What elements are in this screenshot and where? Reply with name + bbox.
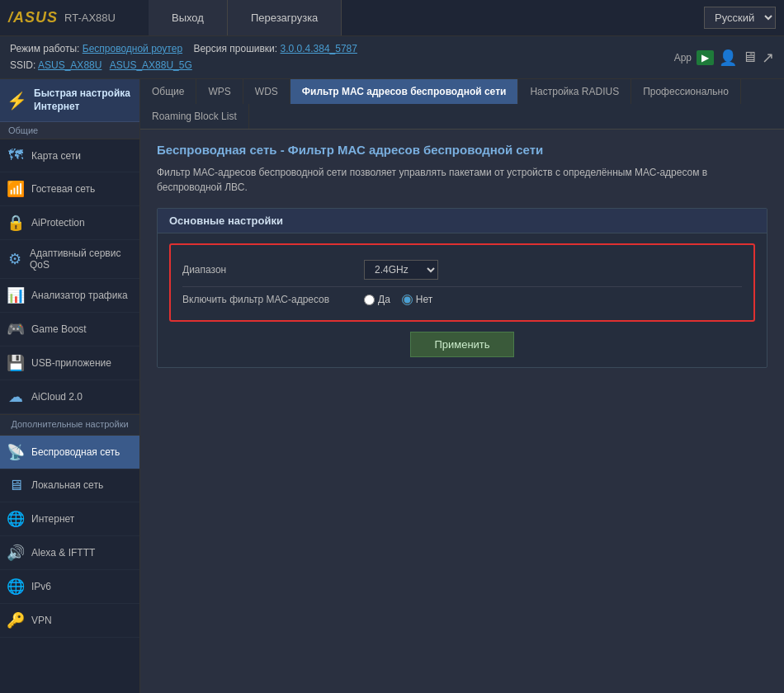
usb-icon: 💾 <box>7 354 25 372</box>
qos-icon: ⚙ <box>7 250 23 268</box>
sidebar-item-ipv6[interactable]: 🌐 IPv6 <box>0 570 139 604</box>
model-name: RT-AX88U <box>64 12 116 24</box>
internet-icon: 🌐 <box>7 510 25 528</box>
settings-card: Основные настройки Диапазон 2.4GHz 5GHz <box>157 208 767 368</box>
tab-wds[interactable]: WDS <box>243 79 290 104</box>
ssid-label: SSID: <box>10 59 35 71</box>
mac-filter-radio-group: Да Нет <box>364 294 432 305</box>
person-icon: 👤 <box>719 49 737 67</box>
sidebar-item-game-boost-label: Game Boost <box>31 323 87 335</box>
sidebar-item-internet-label: Интернет <box>31 513 74 525</box>
section-general-label: Общие <box>0 122 139 139</box>
monitor-icon: 🖥 <box>742 49 757 66</box>
game-boost-icon: 🎮 <box>7 320 25 338</box>
sidebar-item-usb-label: USB-приложение <box>31 357 111 369</box>
asus-logo: /ASUS <box>8 9 58 26</box>
sidebar-item-qos[interactable]: ⚙ Адаптивный сервис QoS <box>0 240 139 279</box>
mode-value: Беспроводной роутер <box>83 43 182 54</box>
sidebar-quick-setup[interactable]: ⚡ Быстрая настройка Интернет <box>0 79 139 122</box>
mac-filter-row: Включить фильтр МАС-адресов Да <box>182 287 742 312</box>
sidebar-item-traffic[interactable]: 📊 Анализатор трафика <box>0 279 139 313</box>
apply-button[interactable]: Применить <box>410 332 513 357</box>
band-label: Диапазон <box>182 264 364 276</box>
settings-card-body: Диапазон 2.4GHz 5GHz Включить фильтр МАС… <box>158 233 767 367</box>
tab-general-label: Общие <box>152 86 184 97</box>
mode-link[interactable]: Беспроводной роутер <box>83 43 182 54</box>
tab-bar: Общие WPS WDS Фильтр МАС адресов беспров… <box>140 79 784 130</box>
sidebar-item-guest-network[interactable]: 📶 Гостевая сеть <box>0 172 139 206</box>
sidebar-item-lan[interactable]: 🖥 Локальная сеть <box>0 469 139 502</box>
sidebar: ⚡ Быстрая настройка Интернет Общие 🗺 Кар… <box>0 79 140 693</box>
tab-mac-filter-label: Фильтр МАС адресов беспроводной сети <box>302 86 507 97</box>
top-right: Русский English <box>704 7 784 29</box>
network-map-icon: 🗺 <box>7 147 25 164</box>
vpn-icon: 🔑 <box>7 611 25 629</box>
tab-wps-label: WPS <box>208 86 230 97</box>
sidebar-item-aiprotection[interactable]: 🔒 AiProtection <box>0 206 139 240</box>
ssid-5[interactable]: ASUS_AX88U_5G <box>110 59 192 71</box>
alexa-icon: 🔊 <box>7 544 25 562</box>
tab-general[interactable]: Общие <box>140 79 196 104</box>
traffic-icon: 📊 <box>7 286 25 304</box>
band-select[interactable]: 2.4GHz 5GHz <box>364 260 438 280</box>
sidebar-item-game-boost[interactable]: 🎮 Game Boost <box>0 313 139 346</box>
firmware-label: Версия прошивки: <box>193 43 277 54</box>
sidebar-item-aicloud-label: AiCloud 2.0 <box>31 391 83 403</box>
sidebar-item-internet[interactable]: 🌐 Интернет <box>0 502 139 536</box>
page-description: Фильтр МАС-адресов беспроводной сети поз… <box>157 165 767 195</box>
sidebar-item-aicloud[interactable]: ☁ AiCloud 2.0 <box>0 380 139 414</box>
ipv6-icon: 🌐 <box>7 578 25 596</box>
sidebar-item-vpn[interactable]: 🔑 VPN <box>0 604 139 638</box>
app-label: App <box>674 52 692 64</box>
top-bar: /ASUS RT-AX88U Выход Перезагрузка Русски… <box>0 0 784 36</box>
tab-radius[interactable]: Настройка RADIUS <box>518 79 631 104</box>
language-select[interactable]: Русский English <box>704 7 776 29</box>
mac-filter-value: Да Нет <box>364 294 432 305</box>
radio-yes-text: Да <box>378 294 390 305</box>
sidebar-item-qos-label: Адаптивный сервис QoS <box>30 248 133 271</box>
sidebar-item-network-map[interactable]: 🗺 Карта сети <box>0 139 139 172</box>
mode-label: Режим работы: <box>10 43 79 54</box>
tab-radius-label: Настройка RADIUS <box>530 86 619 97</box>
band-row: Диапазон 2.4GHz 5GHz <box>182 253 742 287</box>
sidebar-item-vpn-label: VPN <box>31 615 52 626</box>
share-icon: ↗ <box>762 49 774 67</box>
status-icons: App ▶ 👤 🖥 ↗ <box>674 49 774 67</box>
main-layout: ⚡ Быстрая настройка Интернет Общие 🗺 Кар… <box>0 79 784 693</box>
radio-yes-input[interactable] <box>364 295 375 305</box>
tab-professional-label: Профессионально <box>643 86 729 97</box>
tab-roaming[interactable]: Roaming Block List <box>140 104 249 129</box>
status-bar: Режим работы: Беспроводной роутер Версия… <box>0 36 784 79</box>
highlight-section: Диапазон 2.4GHz 5GHz Включить фильтр МАС… <box>169 243 755 322</box>
tab-mac-filter[interactable]: Фильтр МАС адресов беспроводной сети <box>290 79 519 104</box>
radio-no-label[interactable]: Нет <box>402 294 432 305</box>
radio-yes-label[interactable]: Да <box>364 294 390 305</box>
wireless-icon: 📡 <box>7 443 25 461</box>
ssid-24[interactable]: ASUS_AX88U <box>38 59 102 71</box>
sidebar-item-lan-label: Локальная сеть <box>31 479 103 491</box>
sidebar-item-wireless[interactable]: 📡 Беспроводная сеть <box>0 436 139 469</box>
tab-wds-label: WDS <box>255 86 278 97</box>
reboot-button[interactable]: Перезагрузка <box>228 0 342 35</box>
quick-setup-icon: ⚡ <box>7 91 27 111</box>
logout-button[interactable]: Выход <box>149 0 228 35</box>
sidebar-item-usb[interactable]: 💾 USB-приложение <box>0 346 139 380</box>
top-nav: Выход Перезагрузка <box>149 0 704 35</box>
settings-card-title: Основные настройки <box>158 209 767 233</box>
tab-professional[interactable]: Профессионально <box>631 79 741 104</box>
radio-no-input[interactable] <box>402 295 413 305</box>
guest-network-icon: 📶 <box>7 180 25 198</box>
tab-roaming-label: Roaming Block List <box>152 111 237 122</box>
sidebar-item-alexa[interactable]: 🔊 Alexa & IFTTT <box>0 536 139 570</box>
sidebar-item-traffic-label: Анализатор трафика <box>31 290 128 301</box>
aicloud-icon: ☁ <box>7 388 25 406</box>
lan-icon: 🖥 <box>7 477 25 494</box>
page-title: Беспроводная сеть - Фильтр МАС адресов б… <box>157 143 767 157</box>
sidebar-item-wireless-label: Беспроводная сеть <box>31 446 120 458</box>
tab-wps[interactable]: WPS <box>196 79 243 104</box>
section-advanced-label: Дополнительные настройки <box>0 414 139 435</box>
play-button[interactable]: ▶ <box>697 50 714 65</box>
sidebar-item-network-map-label: Карта сети <box>31 150 81 162</box>
firmware-value[interactable]: 3.0.0.4.384_5787 <box>281 43 357 54</box>
aiprotection-icon: 🔒 <box>7 214 25 232</box>
